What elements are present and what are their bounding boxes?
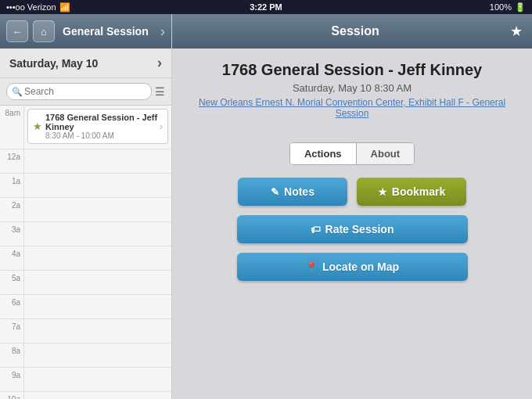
date-label: Saturday, May 10 bbox=[9, 57, 98, 70]
session-title: 1768 General Session - Jeff Kinney bbox=[45, 113, 160, 131]
time-content-1a bbox=[23, 174, 171, 197]
time-row-12a: 12a bbox=[0, 149, 171, 174]
time-label-9a: 9a bbox=[0, 368, 23, 379]
time-row-10a: 10a bbox=[0, 392, 171, 399]
action-row-locate: 📍 Locate on Map bbox=[237, 253, 468, 281]
notes-button[interactable]: ✎ Notes bbox=[238, 178, 347, 206]
status-bar: •••oo Verizon 📶 3:22 PM 100% 🔋 bbox=[0, 0, 532, 14]
rate-session-button[interactable]: 🏷 Rate Session bbox=[237, 215, 468, 243]
right-panel: Session ★ 1768 General Session - Jeff Ki… bbox=[172, 14, 532, 399]
search-icon: 🔍 bbox=[12, 87, 23, 97]
time-row-3a: 3a bbox=[0, 222, 171, 246]
time-label-4a: 4a bbox=[0, 246, 23, 258]
time-content-12a bbox=[23, 149, 171, 173]
nav-star-icon[interactable]: ★ bbox=[510, 23, 523, 40]
bookmark-button[interactable]: ★ Bookmark bbox=[357, 178, 466, 206]
time-content-8a bbox=[23, 343, 171, 367]
time-row-9a: 9a bbox=[0, 368, 171, 392]
time-content-3a bbox=[23, 222, 171, 246]
time-content-8am: ★ 1768 General Session - Jeff Kinney 8:3… bbox=[23, 106, 171, 149]
time-label-6a: 6a bbox=[0, 295, 23, 307]
date-chevron-icon[interactable]: › bbox=[157, 55, 162, 71]
tab-bar: Actions About bbox=[289, 142, 415, 165]
session-content: 1768 General Session - Jeff Kinney Satur… bbox=[172, 49, 532, 131]
time-content-4a bbox=[23, 246, 171, 270]
time-row-1a: 1a bbox=[0, 174, 171, 198]
time-content-9a bbox=[23, 368, 171, 391]
tag-icon: 🏷 bbox=[311, 224, 321, 235]
carrier-text: •••oo Verizon bbox=[6, 2, 56, 12]
locate-on-map-button[interactable]: 📍 Locate on Map bbox=[237, 253, 468, 281]
time-label-12a: 12a bbox=[0, 149, 23, 161]
tab-about[interactable]: About bbox=[357, 143, 415, 164]
time-label-10a: 10a bbox=[0, 392, 23, 399]
time-content-2a bbox=[23, 198, 171, 221]
wifi-icon: 📶 bbox=[59, 2, 70, 13]
tabs-container: Actions About bbox=[172, 142, 532, 165]
session-time: 8:30 AM - 10:00 AM bbox=[45, 131, 160, 140]
back-button[interactable]: ← bbox=[6, 20, 28, 42]
action-row-top: ✎ Notes ★ Bookmark bbox=[238, 178, 466, 206]
left-panel: ← ⌂ General Session › Saturday, May 10 ›… bbox=[0, 14, 172, 399]
time-row-5a: 5a bbox=[0, 271, 171, 295]
notes-label: Notes bbox=[284, 185, 315, 198]
time-label-3a: 3a bbox=[0, 222, 23, 234]
time-content-6a bbox=[23, 295, 171, 318]
time-label-1a: 1a bbox=[0, 174, 23, 185]
time-content-10a bbox=[23, 392, 171, 399]
schedule-area: 8am ★ 1768 General Session - Jeff Kinney… bbox=[0, 106, 171, 399]
time-label-8a: 8a bbox=[0, 343, 23, 355]
bookmark-label: Bookmark bbox=[392, 185, 445, 198]
battery-text: 100% bbox=[490, 2, 512, 12]
time-row-7a: 7a bbox=[0, 319, 171, 343]
time-row-8a: 8a bbox=[0, 343, 171, 368]
date-header[interactable]: Saturday, May 10 › bbox=[0, 49, 171, 78]
session-star-icon: ★ bbox=[33, 120, 42, 132]
app-container: ← ⌂ General Session › Saturday, May 10 ›… bbox=[0, 14, 532, 399]
time-label-2a: 2a bbox=[0, 198, 23, 210]
session-item[interactable]: ★ 1768 General Session - Jeff Kinney 8:3… bbox=[27, 109, 168, 144]
time-row-4a: 4a bbox=[0, 246, 171, 271]
search-icon-right[interactable]: ☰ bbox=[155, 85, 165, 98]
battery-icon: 🔋 bbox=[515, 2, 526, 13]
session-info: 1768 General Session - Jeff Kinney 8:30 … bbox=[45, 113, 160, 140]
actions-area: ✎ Notes ★ Bookmark 🏷 Rate Session 📍 Loca… bbox=[172, 178, 532, 281]
home-button[interactable]: ⌂ bbox=[33, 20, 55, 42]
pin-icon: 📍 bbox=[305, 261, 318, 273]
time-label-5a: 5a bbox=[0, 271, 23, 282]
status-right: 100% 🔋 bbox=[490, 2, 526, 13]
search-container: 🔍 ☰ bbox=[0, 78, 171, 106]
left-nav-title: General Session bbox=[59, 25, 156, 38]
locate-label: Locate on Map bbox=[322, 261, 399, 273]
rate-label: Rate Session bbox=[325, 223, 394, 235]
right-nav-title: Session bbox=[200, 24, 510, 38]
session-date: Saturday, May 10 8:30 AM bbox=[188, 82, 516, 94]
status-time: 3:22 PM bbox=[250, 2, 282, 12]
action-row-rate: 🏷 Rate Session bbox=[237, 215, 468, 243]
time-row-2a: 2a bbox=[0, 198, 171, 222]
pencil-icon: ✎ bbox=[271, 186, 279, 198]
right-navbar: Session ★ bbox=[172, 14, 532, 49]
session-chevron-icon: › bbox=[160, 120, 163, 132]
session-main-title: 1768 General Session - Jeff Kinney bbox=[188, 61, 516, 79]
session-location[interactable]: New Orleans Ernest N. Morial Convention … bbox=[188, 97, 516, 119]
time-label-7a: 7a bbox=[0, 319, 23, 331]
time-row-8am: 8am ★ 1768 General Session - Jeff Kinney… bbox=[0, 106, 171, 149]
left-navbar: ← ⌂ General Session › bbox=[0, 14, 171, 49]
time-row-6a: 6a bbox=[0, 295, 171, 319]
tab-actions[interactable]: Actions bbox=[290, 143, 357, 164]
status-left: •••oo Verizon 📶 bbox=[6, 2, 70, 13]
time-content-5a bbox=[23, 271, 171, 294]
nav-chevron-icon[interactable]: › bbox=[160, 23, 165, 40]
time-content-7a bbox=[23, 319, 171, 343]
search-input[interactable] bbox=[6, 83, 152, 100]
search-wrapper: 🔍 bbox=[6, 83, 152, 100]
time-label-8am: 8am bbox=[0, 106, 23, 117]
star-icon: ★ bbox=[378, 186, 387, 198]
